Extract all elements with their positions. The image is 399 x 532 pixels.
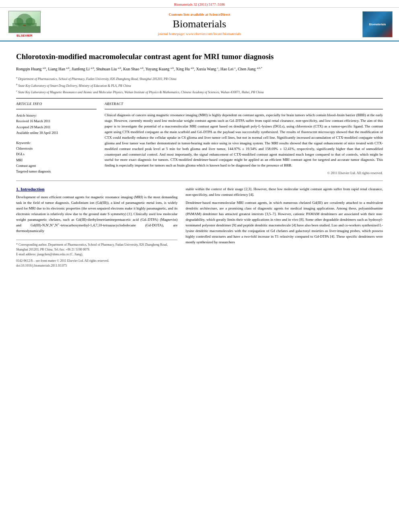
biomaterials-logo-text: Biomaterials bbox=[369, 23, 386, 26]
author-sup: a,b bbox=[91, 66, 94, 70]
abstract-top-divider bbox=[105, 109, 383, 109]
author-sup: a,b bbox=[191, 66, 194, 70]
accepted-date: Accepted 29 March 2011 bbox=[16, 124, 97, 130]
intro-title: 1. Introduction bbox=[16, 187, 177, 191]
elsevier-logo-section: ELSEVIER bbox=[6, 11, 43, 37]
header-divider bbox=[16, 98, 383, 99]
article-info-label: ARTICLE INFO bbox=[16, 102, 97, 106]
issn-note: 0142-9612/$ – see front matter © 2011 El… bbox=[16, 259, 177, 263]
author-sup: a,b bbox=[140, 66, 143, 70]
affiliation-a: a Department of Pharmaceutics, School of… bbox=[16, 76, 383, 82]
svg-point-3 bbox=[26, 18, 35, 26]
intro-right-column: stable within the context of their usage… bbox=[185, 187, 383, 268]
svg-point-2 bbox=[14, 18, 23, 26]
affil-text-b: State Key Laboratory of Smart Drug Deliv… bbox=[18, 84, 131, 87]
biomaterials-logo-section: Biomaterials bbox=[356, 11, 393, 37]
authors-line: Rongqin Huang a,b, Liang Han a,b, Jianfe… bbox=[16, 66, 383, 72]
citation-bar: Biomaterials 32 (2011) 5177–5186 bbox=[0, 0, 399, 8]
affiliation-c: c State Key Laboratory of Magnetic Reson… bbox=[16, 89, 383, 95]
elsevier-logo-image bbox=[8, 11, 41, 33]
intro-left-column: 1. Introduction Development of more effi… bbox=[16, 187, 177, 268]
received-date: Received 16 March 2011 bbox=[16, 118, 97, 124]
email-note: E-mail address: jiangchen@shmu.edu.cn (C… bbox=[16, 252, 177, 257]
journal-homepage: journal homepage: www.elsevier.com/locat… bbox=[43, 32, 356, 36]
journal-header: ELSEVIER Contents lists available at Sci… bbox=[0, 8, 399, 41]
intro-right-paragraph-1: stable within the context of their usage… bbox=[185, 187, 383, 198]
article-content: Chlorotoxin-modified macromolecular cont… bbox=[0, 41, 399, 272]
article-title: Chlorotoxin-modified macromolecular cont… bbox=[16, 52, 383, 62]
available-date: Available online 30 April 2011 bbox=[16, 130, 97, 136]
article-info-abstract: ARTICLE INFO Article history: Received 1… bbox=[16, 102, 383, 175]
keyword-5: Targeted tumor diagnosis bbox=[16, 168, 97, 174]
article-info-column: ARTICLE INFO Article history: Received 1… bbox=[16, 102, 97, 175]
keyword-1: Chlorotoxin bbox=[16, 146, 97, 151]
keywords-label: Keywords: bbox=[16, 141, 97, 145]
intro-divider bbox=[16, 181, 383, 181]
keyword-3: MRI bbox=[16, 157, 97, 163]
keyword-4: Contrast agent bbox=[16, 163, 97, 168]
affiliation-b: b State Key Laboratory of Smart Drug Del… bbox=[16, 82, 383, 88]
abstract-text: Clinical diagnosis of cancers using magn… bbox=[105, 113, 383, 168]
corresponding-author-note: * Corresponding author. Department of Ph… bbox=[16, 242, 177, 252]
elsevier-logo: ELSEVIER bbox=[6, 11, 43, 37]
intro-left-paragraph: Development of more efficient contrast a… bbox=[16, 195, 177, 234]
copyright-text: © 2011 Elsevier Ltd. All rights reserved… bbox=[105, 171, 383, 175]
history-label: Article history: bbox=[16, 113, 97, 118]
author-sup: a,b,* bbox=[257, 66, 262, 70]
intro-right-text: stable within the context of their usage… bbox=[185, 187, 383, 245]
sciencedirect-text: Contents lists available at ScienceDirec… bbox=[43, 12, 356, 16]
author-sup: c bbox=[234, 66, 236, 70]
affil-sup-a: a bbox=[16, 76, 17, 79]
svg-rect-4 bbox=[23, 25, 26, 30]
keywords-section: Keywords: Chlorotoxin DGLs MRI Contrast … bbox=[16, 141, 97, 175]
intro-left-text: Development of more efficient contrast a… bbox=[16, 195, 177, 234]
introduction-section: 1. Introduction Development of more effi… bbox=[16, 187, 383, 268]
top-citation: Biomaterials 32 (2011) 5177–5186 bbox=[174, 2, 225, 6]
doi-note: doi:10.1016/j.biomaterials.2011.03.075 bbox=[16, 263, 177, 268]
biomaterials-logo: Biomaterials bbox=[362, 11, 393, 37]
journal-center-header: Contents lists available at ScienceDirec… bbox=[43, 12, 356, 36]
abstract-column: ABSTRACT Clinical diagnosis of cancers u… bbox=[105, 102, 383, 175]
article-history: Article history: Received 16 March 2011 … bbox=[16, 113, 97, 136]
author-sup: a,b bbox=[171, 66, 174, 70]
affil-sup-c: c bbox=[16, 89, 17, 92]
affiliations: a Department of Pharmaceutics, School of… bbox=[16, 76, 383, 95]
journal-title: Biomaterials bbox=[43, 18, 356, 30]
author-sup: a,b bbox=[118, 66, 121, 70]
author-sup: c bbox=[217, 66, 218, 70]
intro-right-paragraph-2: Dendrimer-based macromolecular MRI contr… bbox=[185, 200, 383, 245]
elsevier-tree-icon bbox=[12, 13, 37, 31]
keyword-2: DGLs bbox=[16, 151, 97, 157]
abstract-label: ABSTRACT bbox=[105, 102, 383, 106]
info-top-divider bbox=[16, 109, 97, 109]
affil-text-a: Department of Pharmaceutics, School of P… bbox=[18, 77, 176, 81]
author-sup: a,b bbox=[43, 66, 46, 70]
elsevier-label: ELSEVIER bbox=[16, 34, 33, 37]
affil-text-c: State Key Laboratory of Magnetic Resonan… bbox=[18, 90, 264, 94]
affil-sup-b: b bbox=[16, 83, 17, 86]
author-sup: a,b bbox=[66, 66, 69, 70]
footnote-section: * Corresponding author. Department of Ph… bbox=[16, 240, 177, 268]
